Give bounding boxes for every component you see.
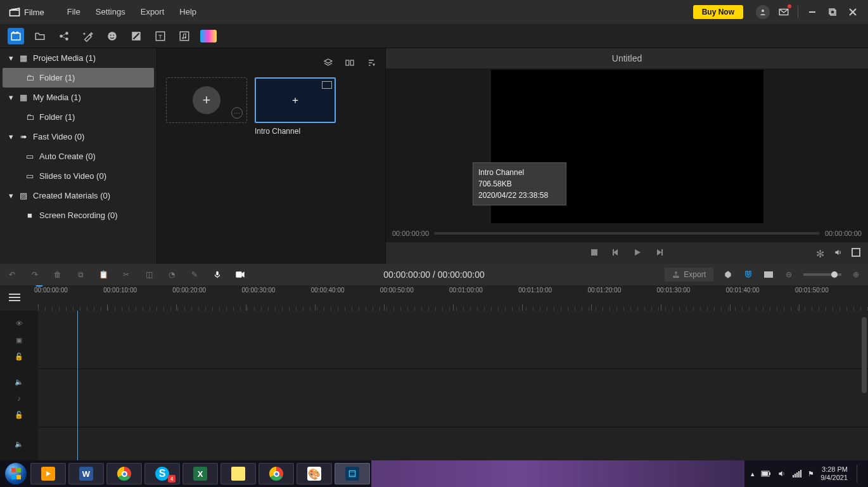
snap-icon[interactable] bbox=[743, 269, 754, 280]
transition-tab-icon[interactable] bbox=[128, 28, 144, 44]
tray-network-icon[interactable] bbox=[793, 470, 801, 477]
video-track[interactable] bbox=[38, 311, 868, 369]
fullscreen-icon[interactable] bbox=[852, 248, 862, 258]
undo-icon[interactable]: ↶ bbox=[6, 269, 18, 280]
audio-track-header[interactable]: 🔈 ♪ 🔓 bbox=[0, 369, 38, 427]
speed-icon[interactable]: ◔ bbox=[166, 269, 177, 280]
close-button[interactable] bbox=[845, 4, 860, 20]
zoom-out-icon[interactable]: ⊖ bbox=[783, 269, 795, 280]
sort-icon[interactable] bbox=[366, 58, 376, 68]
media-clip[interactable]: ＋ Intro Channel bbox=[255, 77, 336, 136]
video-track-header[interactable]: 👁 ▣ 🔓 bbox=[0, 311, 38, 369]
ratio-icon[interactable] bbox=[763, 269, 774, 280]
maximize-button[interactable] bbox=[825, 4, 840, 20]
timeline-scrollbar[interactable] bbox=[862, 317, 867, 393]
unlock-icon[interactable]: 🔓 bbox=[14, 410, 24, 420]
task-media-player[interactable] bbox=[30, 463, 66, 484]
svg-rect-8 bbox=[11, 33, 20, 40]
tray-chevron-up-icon[interactable]: ▴ bbox=[751, 470, 755, 478]
record-icon[interactable] bbox=[234, 269, 246, 280]
task-chrome[interactable] bbox=[106, 463, 142, 484]
menu-export[interactable]: Export bbox=[133, 0, 172, 24]
unlock-icon[interactable]: 🔓 bbox=[14, 351, 24, 361]
clip-thumbnail[interactable]: ＋ bbox=[255, 77, 336, 123]
redo-icon[interactable]: ↷ bbox=[29, 269, 41, 280]
color-tab-icon[interactable] bbox=[200, 28, 217, 44]
tray-flag-icon[interactable]: ⚑ bbox=[808, 470, 814, 478]
sidebar-group-my-media[interactable]: ▾ ▦ My Media (1) bbox=[0, 88, 156, 107]
menu-settings[interactable]: Settings bbox=[88, 0, 133, 24]
task-word[interactable]: W bbox=[68, 463, 104, 484]
hamburger-icon[interactable] bbox=[9, 293, 20, 302]
settings-icon[interactable]: ✻ bbox=[816, 248, 826, 258]
prev-frame-icon[interactable] bbox=[611, 248, 622, 258]
copy-icon[interactable]: ⧉ bbox=[75, 269, 86, 280]
stop-icon[interactable] bbox=[590, 248, 600, 258]
extra-track-header[interactable]: 🔈 bbox=[0, 427, 38, 460]
effects-tab-icon[interactable] bbox=[80, 28, 96, 44]
task-excel[interactable]: X bbox=[182, 463, 218, 484]
menu-help[interactable]: Help bbox=[172, 0, 204, 24]
task-sticky-notes[interactable] bbox=[220, 463, 256, 484]
delete-icon[interactable]: 🗑 bbox=[52, 269, 63, 280]
paste-icon[interactable]: 📋 bbox=[98, 269, 109, 280]
tray-battery-icon[interactable] bbox=[761, 471, 771, 477]
folder-tab-icon[interactable] bbox=[32, 28, 48, 44]
system-tray[interactable]: ▴ ⚑ 3:28 PM 9/4/2021 bbox=[744, 460, 865, 487]
volume-icon[interactable] bbox=[834, 248, 844, 258]
sidebar-item-auto-create[interactable]: ▭ Auto Create (0) bbox=[0, 146, 156, 166]
eye-icon[interactable]: 👁 bbox=[14, 318, 24, 328]
color-icon[interactable]: ✎ bbox=[189, 269, 200, 280]
split-icon[interactable]: ✂ bbox=[120, 269, 132, 280]
crop-icon[interactable]: ◫ bbox=[143, 269, 155, 280]
task-chrome-2[interactable] bbox=[258, 463, 294, 484]
thumbnail-view-icon[interactable] bbox=[345, 58, 355, 68]
mail-icon[interactable] bbox=[777, 6, 790, 18]
account-icon[interactable] bbox=[756, 5, 770, 19]
marker-icon[interactable] bbox=[722, 269, 734, 280]
audio-track[interactable] bbox=[38, 369, 868, 427]
sticker-tab-icon[interactable] bbox=[104, 28, 120, 44]
sidebar-item-folder[interactable]: 🗀 Folder (1) bbox=[3, 68, 154, 88]
sidebar-item-slides-to-video[interactable]: ▭ Slides to Video (0) bbox=[0, 166, 156, 186]
task-filme[interactable] bbox=[335, 463, 370, 484]
start-button[interactable] bbox=[3, 460, 29, 487]
sidebar-group-project-media[interactable]: ▾ ▦ Project Media (1) bbox=[0, 48, 156, 68]
buy-now-button[interactable]: Buy Now bbox=[693, 5, 743, 19]
layers-icon[interactable] bbox=[323, 58, 333, 68]
show-desktop-button[interactable] bbox=[857, 465, 859, 483]
minimize-button[interactable] bbox=[805, 4, 820, 20]
media-tab-icon[interactable] bbox=[8, 28, 24, 44]
text-tab-icon[interactable]: T bbox=[152, 28, 169, 44]
timeline-ruler[interactable]: 00:00:00:00 00:00:10:00 00:00:20:00 00:0… bbox=[0, 285, 868, 311]
sidebar-item-folder-mymedia[interactable]: 🗀 Folder (1) bbox=[0, 107, 156, 127]
sidebar-group-created-materials[interactable]: ▾ ▨ Created Materials (0) bbox=[0, 186, 156, 205]
tray-clock[interactable]: 3:28 PM 9/4/2021 bbox=[820, 465, 848, 482]
menu-file[interactable]: File bbox=[60, 0, 88, 24]
task-paint[interactable]: 🎨 bbox=[297, 463, 332, 484]
playhead-line[interactable] bbox=[77, 311, 78, 460]
sidebar[interactable]: ▾ ▦ Project Media (1) 🗀 Folder (1) ▾ ▦ M… bbox=[0, 48, 157, 264]
seek-bar[interactable] bbox=[434, 232, 820, 235]
sidebar-group-fast-video[interactable]: ▾ ➠ Fast Video (0) bbox=[0, 127, 156, 146]
speaker-icon[interactable]: 🔈 bbox=[14, 377, 24, 387]
next-frame-icon[interactable] bbox=[654, 248, 665, 258]
play-icon[interactable] bbox=[633, 248, 643, 258]
speaker-icon[interactable]: 🔈 bbox=[14, 439, 24, 449]
track-area[interactable] bbox=[38, 311, 868, 460]
clip-tooltip: Intro Channel 706.58KB 2020/04/22 23:38:… bbox=[473, 162, 566, 205]
voiceover-icon[interactable] bbox=[212, 269, 223, 280]
task-skype[interactable]: S4 bbox=[144, 463, 180, 484]
audio-tab-icon[interactable] bbox=[176, 28, 193, 44]
zoom-slider[interactable] bbox=[803, 273, 841, 276]
playhead-handle[interactable] bbox=[35, 285, 43, 287]
camera-icon: ■ bbox=[25, 211, 34, 220]
plus-icon: ＋ bbox=[290, 94, 300, 107]
tray-volume-icon[interactable] bbox=[777, 469, 786, 478]
more-options-icon[interactable]: ⋯ bbox=[231, 107, 243, 119]
add-media-button[interactable]: + ⋯ bbox=[166, 77, 247, 123]
share-tab-icon[interactable] bbox=[56, 28, 72, 44]
export-button[interactable]: Export bbox=[665, 268, 713, 282]
zoom-in-icon[interactable]: ⊕ bbox=[850, 269, 862, 280]
sidebar-item-screen-recording[interactable]: ■ Screen Recording (0) bbox=[0, 205, 156, 225]
